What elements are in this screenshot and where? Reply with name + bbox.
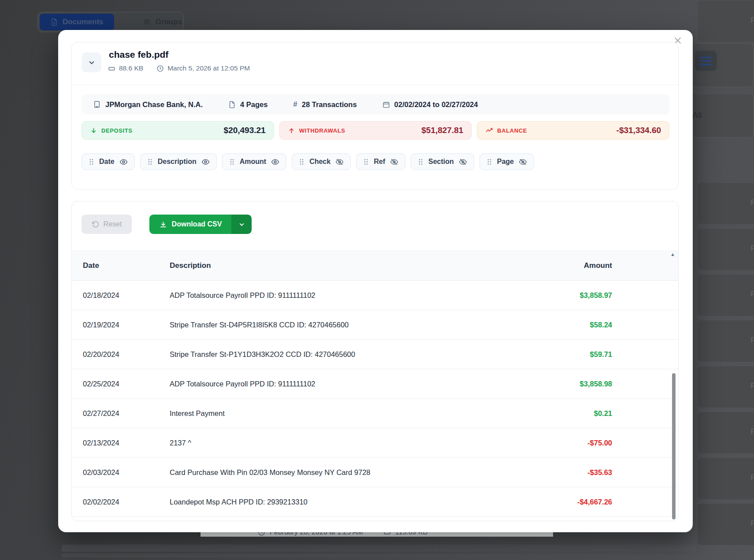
column-chip[interactable]: Check <box>292 153 351 170</box>
deposits-card: DEPOSITS $20,493.21 <box>82 121 274 140</box>
cell-date: 02/20/2024 <box>72 350 170 359</box>
table-row: 02/27/2024 Interest Payment $0.21 <box>72 399 678 428</box>
download-icon <box>159 220 167 229</box>
table-row: 02/02/2024 Loandepot Msp ACH PPD ID: 293… <box>72 487 678 517</box>
background-filter-card[interactable]: All <box>687 93 754 137</box>
pages-info: 4 Pages <box>228 100 267 109</box>
cell-description: Loandepot Msp ACH PPD ID: 2939213310 <box>170 498 520 506</box>
cell-date: 02/18/2024 <box>72 291 170 300</box>
cell-date: 02/25/2024 <box>72 380 170 388</box>
eye-off-icon[interactable] <box>519 158 527 166</box>
column-chip[interactable]: Section <box>411 153 474 170</box>
column-chip[interactable]: Amount <box>222 153 286 170</box>
table-row: 02/13/2024 2137 ^ -$75.00 <box>72 428 678 458</box>
eye-icon[interactable] <box>119 158 128 166</box>
column-chip-label: Check <box>309 158 331 166</box>
cell-description: 2137 ^ <box>170 439 520 447</box>
withdrawals-label: WITHDRAWALS <box>299 127 345 134</box>
cell-date: 02/19/2024 <box>72 321 170 329</box>
drag-grip-icon[interactable] <box>229 158 235 166</box>
bank-building-icon <box>93 100 101 108</box>
transactions-card: Reset Download CSV Date Description <box>71 201 679 521</box>
withdrawals-card: WITHDRAWALS $51,827.81 <box>279 121 472 140</box>
cell-description: ADP Totalsource Payroll PPD ID: 91111111… <box>170 380 520 388</box>
document-summary-card: chase feb.pdf 88.6 KB March 5, 2026 at 1… <box>71 42 679 189</box>
file-icon <box>228 101 236 108</box>
reset-label: Reset <box>104 220 122 228</box>
date-range-info: 02/02/2024 to 02/27/2024 <box>383 100 478 109</box>
balance-card: BALANCE -$31,334.60 <box>477 121 669 140</box>
eye-off-icon[interactable] <box>459 158 467 166</box>
undo-icon <box>92 220 100 228</box>
document-meta: 88.6 KB March 5, 2026 at 12:05 PM <box>108 64 250 72</box>
balance-value: -$31,334.60 <box>617 126 661 135</box>
cell-amount: -$4,667.26 <box>520 498 678 506</box>
background-document-card: F <box>697 412 754 454</box>
tab-documents-label: Documents <box>63 18 104 26</box>
summary-row: DEPOSITS $20,493.21 WITHDRAWALS $51,827.… <box>82 121 669 140</box>
chevron-down-icon <box>87 58 96 67</box>
background-tab-bar: Documents Groups <box>37 12 184 32</box>
cell-amount: $59.71 <box>520 350 678 359</box>
document-title: chase feb.pdf <box>109 49 168 60</box>
column-chip[interactable]: Description <box>140 153 217 170</box>
balance-label: BALANCE <box>497 127 527 134</box>
pdf-badge-letter: F <box>750 16 754 24</box>
eye-off-icon[interactable] <box>335 158 344 166</box>
download-options-toggle[interactable] <box>231 215 252 234</box>
deposits-value: $20,493.21 <box>224 126 266 135</box>
eye-icon[interactable] <box>271 158 279 166</box>
library-icon <box>143 18 151 26</box>
transactions-info: # 28 Transactions <box>293 100 357 109</box>
document-header: chase feb.pdf 88.6 KB March 5, 2026 at 1… <box>72 42 678 85</box>
header-date: Date <box>72 261 170 270</box>
transactions-count: 28 Transactions <box>302 100 357 109</box>
drag-grip-icon[interactable] <box>418 158 423 166</box>
scrollbar-up-arrow[interactable]: ▲ <box>670 252 675 257</box>
download-csv-button[interactable]: Download CSV <box>149 215 231 234</box>
cell-description: Card Purchase With Pin 02/03 Monsey Mons… <box>170 468 520 477</box>
drag-grip-icon[interactable] <box>299 158 305 166</box>
cell-description: Interest Payment <box>170 409 520 418</box>
cell-description: ADP Totalsource Payroll PPD ID: 91111111… <box>170 291 520 300</box>
drag-grip-icon[interactable] <box>363 158 369 166</box>
column-chip-label: Description <box>158 158 197 166</box>
cell-description: Stripe Transfer St-D4P5R1I8I5K8 CCD ID: … <box>170 321 520 329</box>
cell-amount: -$75.00 <box>520 439 678 447</box>
drag-grip-icon[interactable] <box>89 158 94 166</box>
tab-groups-label: Groups <box>156 18 182 26</box>
hamburger-icon[interactable] <box>695 51 717 71</box>
cell-amount: $58.24 <box>520 321 678 329</box>
document-icon <box>50 18 58 26</box>
table-row: 02/19/2024 Stripe Transfer St-D4P5R1I8I5… <box>72 310 678 340</box>
cell-amount: $3,858.97 <box>520 291 678 300</box>
reset-button[interactable]: Reset <box>82 215 132 234</box>
eye-icon[interactable] <box>201 158 210 166</box>
header-description: Description <box>170 261 520 270</box>
drag-grip-icon[interactable] <box>147 158 153 166</box>
document-size: 88.6 KB <box>119 64 143 72</box>
pdf-badge-letter: F <box>750 474 754 482</box>
arrow-down-icon <box>90 127 97 134</box>
column-chip-label: Date <box>99 158 115 166</box>
document-detail-modal: chase feb.pdf 88.6 KB March 5, 2026 at 1… <box>58 30 693 532</box>
tab-documents[interactable]: Documents <box>40 14 114 30</box>
column-chip[interactable]: Date <box>82 153 135 170</box>
table-row: 02/03/2024 Card Purchase With Pin 02/03 … <box>72 458 678 487</box>
download-csv-label: Download CSV <box>172 220 222 228</box>
withdrawals-value: $51,827.81 <box>421 126 463 135</box>
filter-all-label: All <box>692 111 702 120</box>
background-document-card: F <box>697 457 754 500</box>
cell-date: 02/13/2024 <box>72 439 170 447</box>
column-chip[interactable]: Ref <box>356 153 405 170</box>
tab-groups[interactable]: Groups <box>133 14 193 30</box>
column-chip[interactable]: Page <box>479 153 534 170</box>
pdf-badge-letter: F <box>750 336 754 344</box>
collapse-button[interactable] <box>82 52 101 72</box>
drive-icon <box>108 65 115 72</box>
eye-off-icon[interactable] <box>390 158 398 166</box>
background-document-card: F <box>697 274 754 316</box>
hash-icon: # <box>293 100 297 109</box>
drag-grip-icon[interactable] <box>487 158 492 166</box>
scrollbar-thumb[interactable] <box>672 373 676 519</box>
